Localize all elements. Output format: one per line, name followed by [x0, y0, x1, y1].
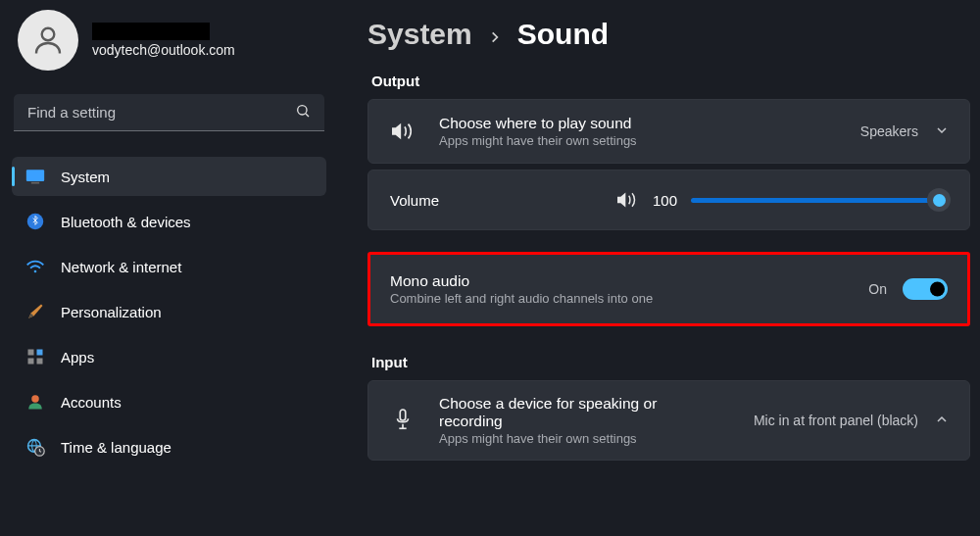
- sidebar-item-system[interactable]: System: [12, 157, 326, 196]
- nav-list: System Bluetooth & devices Network & int…: [12, 157, 326, 466]
- card-subtitle: Apps might have their own settings: [439, 133, 860, 148]
- section-input-label: Input: [371, 354, 970, 370]
- card-subtitle: Apps might have their own settings: [439, 431, 754, 446]
- card-right: Mic in at front panel (black): [754, 412, 950, 430]
- volume-value: 100: [653, 192, 677, 209]
- sidebar-item-personalization[interactable]: Personalization: [12, 292, 326, 331]
- svg-point-0: [42, 28, 55, 41]
- clock-globe-icon: [25, 437, 45, 457]
- svg-rect-14: [400, 410, 406, 420]
- toggle-knob: [930, 282, 945, 297]
- person-icon: [30, 23, 66, 58]
- card-subtitle: Combine left and right audio channels in…: [390, 291, 868, 306]
- breadcrumb-parent[interactable]: System: [368, 18, 472, 51]
- chevron-right-icon: [488, 24, 502, 50]
- svg-rect-7: [28, 350, 34, 356]
- breadcrumb: System Sound: [368, 18, 970, 51]
- slider-thumb[interactable]: [927, 188, 951, 212]
- svg-line-2: [306, 114, 309, 117]
- avatar: [18, 10, 78, 71]
- breadcrumb-current: Sound: [517, 18, 609, 51]
- user-email: vodytech@outlook.com: [92, 42, 320, 58]
- user-section[interactable]: vodytech@outlook.com: [12, 10, 326, 94]
- search-placeholder: Find a setting: [27, 104, 295, 121]
- input-value: Mic in at front panel (black): [754, 413, 918, 428]
- svg-rect-4: [31, 182, 39, 184]
- svg-rect-10: [37, 359, 43, 365]
- mono-audio-card[interactable]: Mono audio Combine left and right audio …: [368, 252, 970, 326]
- card-texts: Choose where to play sound Apps might ha…: [439, 115, 860, 148]
- volume-card: Volume 100: [368, 170, 970, 230]
- svg-point-11: [31, 395, 39, 403]
- chevron-up-icon: [934, 412, 950, 430]
- speaker-icon: [388, 121, 417, 142]
- input-device-card[interactable]: Choose a device for speaking or recordin…: [368, 380, 970, 461]
- card-title: Mono audio: [390, 272, 868, 290]
- sidebar-item-bluetooth[interactable]: Bluetooth & devices: [12, 202, 326, 241]
- card-title: Choose where to play sound: [439, 115, 860, 132]
- bluetooth-icon: [25, 212, 45, 231]
- mono-toggle[interactable]: [903, 278, 948, 300]
- sidebar-item-accounts[interactable]: Accounts: [12, 382, 326, 421]
- nav-label: System: [61, 169, 110, 185]
- main-content: System Sound Output Choose where to play…: [338, 0, 980, 536]
- nav-label: Apps: [61, 349, 94, 365]
- card-right: On: [868, 278, 948, 300]
- svg-rect-3: [26, 170, 44, 181]
- section-output-label: Output: [371, 73, 970, 89]
- nav-label: Time & language: [61, 439, 172, 456]
- microphone-icon: [388, 408, 417, 433]
- svg-point-6: [34, 270, 37, 273]
- output-value: Speakers: [860, 123, 918, 139]
- card-right: Speakers: [860, 122, 950, 141]
- nav-label: Accounts: [61, 394, 122, 411]
- mono-state: On: [868, 281, 887, 297]
- user-name: [92, 23, 210, 40]
- nav-label: Bluetooth & devices: [61, 214, 191, 230]
- card-texts: Choose a device for speaking or recordin…: [439, 395, 754, 446]
- accounts-icon: [25, 392, 45, 412]
- nav-label: Personalization: [61, 304, 162, 320]
- wifi-icon: [25, 257, 45, 276]
- volume-slider[interactable]: [691, 198, 948, 203]
- speaker-icon[interactable]: [615, 190, 639, 210]
- svg-rect-9: [28, 359, 34, 365]
- svg-rect-8: [37, 350, 43, 356]
- volume-label: Volume: [390, 192, 615, 209]
- search-icon: [295, 103, 311, 122]
- brush-icon: [25, 302, 45, 321]
- card-title: Choose a device for speaking or recordin…: [439, 395, 704, 430]
- svg-point-1: [298, 105, 307, 114]
- user-info: vodytech@outlook.com: [92, 23, 320, 58]
- monitor-icon: [25, 167, 45, 186]
- search-input[interactable]: Find a setting: [14, 94, 324, 131]
- chevron-down-icon: [934, 122, 950, 141]
- apps-icon: [25, 347, 45, 366]
- output-device-card[interactable]: Choose where to play sound Apps might ha…: [368, 99, 970, 164]
- sidebar-item-time[interactable]: Time & language: [12, 427, 326, 466]
- sidebar-item-apps[interactable]: Apps: [12, 337, 326, 376]
- sidebar-item-network[interactable]: Network & internet: [12, 247, 326, 286]
- sidebar: vodytech@outlook.com Find a setting Syst…: [0, 0, 338, 536]
- nav-label: Network & internet: [61, 259, 181, 275]
- card-texts: Mono audio Combine left and right audio …: [390, 272, 868, 306]
